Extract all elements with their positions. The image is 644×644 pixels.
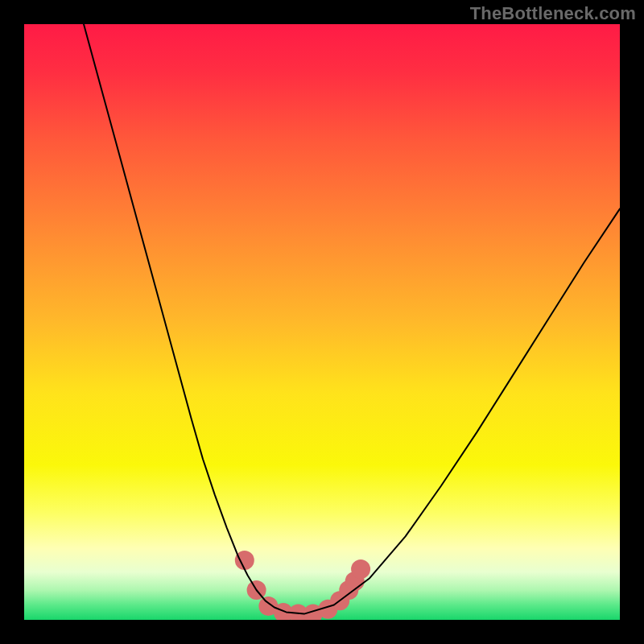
attribution-label: TheBottleneck.com <box>470 3 636 24</box>
chart-frame: TheBottleneck.com <box>0 0 644 644</box>
bottleneck-chart <box>24 24 620 620</box>
marker-dot <box>351 559 370 579</box>
plot-area <box>24 24 620 620</box>
gradient-background <box>24 24 620 620</box>
